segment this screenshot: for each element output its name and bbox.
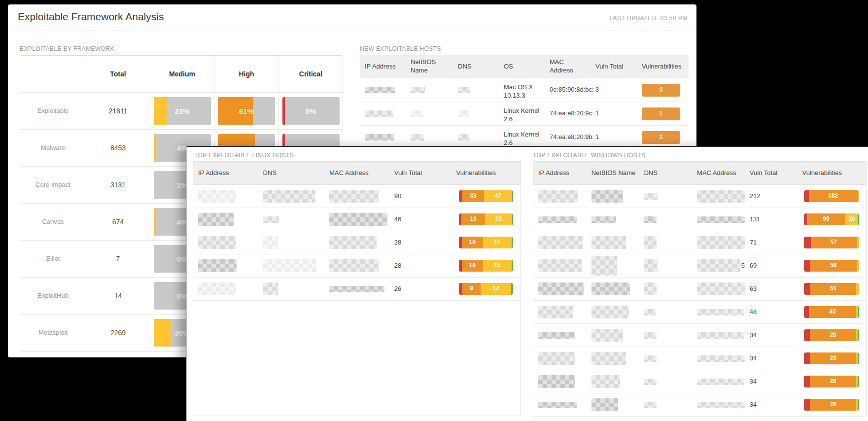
- vuln-segment-orange: 28: [810, 329, 857, 341]
- dns-redacted-value: [263, 259, 316, 272]
- ip-redacted-value: [365, 110, 393, 117]
- vuln-segment-green: [858, 352, 859, 364]
- new-host-row[interactable]: Mac OS X 10.13.30e:85:90:8d:bc:33: [360, 78, 689, 102]
- framework-medium-cell: 23%: [150, 92, 214, 129]
- column-header-vuln_total: Vuln Total: [590, 60, 637, 74]
- ip-cell: [360, 126, 406, 149]
- framework-label: Malware: [35, 144, 71, 152]
- bar-cell: 28: [797, 370, 866, 393]
- linux-host-row[interactable]: 903347: [193, 185, 521, 208]
- new-hosts-table: IP AddressNetBIOS NameDNSOSMAC AddressVu…: [360, 55, 689, 149]
- linux-hosts-panel-title: TOP EXPLOITABLE LINUX HOSTS: [194, 152, 294, 159]
- framework-row[interactable]: Exploitable2181123%61%5%: [20, 92, 343, 129]
- windows-host-row[interactable]: 212182: [533, 185, 866, 208]
- framework-label: Core Impact: [35, 181, 71, 189]
- framework-column-header: High: [214, 56, 278, 92]
- vuln-segment-yellow: 15: [483, 237, 512, 248]
- dns-cell: [453, 102, 499, 125]
- os-text: Linux Kernel 2.6: [504, 104, 545, 124]
- column-header-os: OS: [499, 60, 545, 74]
- column-header-dns: DNS: [453, 60, 499, 74]
- vuln-segment-red: [804, 329, 810, 341]
- bar-cell: 3347: [451, 185, 521, 208]
- high-percent-bar: 61%: [218, 97, 275, 125]
- vuln-segment-yellow: 23: [485, 213, 512, 225]
- ip-cell: [533, 324, 587, 347]
- windows-host-row[interactable]: 4840: [533, 301, 866, 324]
- vuln-segment-red: [459, 283, 462, 295]
- table-header-row: IP AddressNetBIOS NameDNSOSMAC AddressVu…: [360, 55, 689, 78]
- dns-redacted-value: [644, 309, 656, 316]
- ip-redacted-value: [538, 332, 575, 339]
- framework-total: 14: [114, 292, 122, 300]
- linux-hosts-table: IP AddressDNSMAC AddressVuln TotalVulner…: [193, 161, 521, 416]
- vuln-segment-green: [858, 329, 859, 341]
- vuln_total-cell: 71: [745, 231, 798, 254]
- framework-total: 21811: [109, 107, 128, 115]
- new-host-row[interactable]: Linux Kernel 2.674:ea:e8:20:9c:11: [360, 102, 689, 126]
- vulnerabilities-bar: 40: [804, 306, 859, 318]
- bar-cell: 1015: [451, 231, 521, 254]
- top-exploitable-hosts-window: TOP EXPLOITABLE LINUX HOSTS TOP EXPLOITA…: [186, 146, 868, 421]
- mac-redacted-value: [329, 236, 377, 249]
- framework-label-cell: Metasploit: [20, 314, 86, 351]
- vuln_total-cell: 46: [389, 208, 451, 231]
- badge-cell: 3: [637, 78, 689, 102]
- mac-cell: [692, 324, 745, 347]
- framework-total: 8453: [110, 144, 126, 152]
- ip-redacted-value: [538, 259, 582, 272]
- dns-cell: [639, 254, 692, 277]
- dns-cell: [639, 231, 692, 254]
- ip-cell: [360, 78, 406, 102]
- badge-cell: 1: [637, 102, 689, 125]
- mac-text: 74:ea:e8:20:9b:: [550, 133, 594, 141]
- windows-host-row[interactable]: 3428: [533, 347, 866, 370]
- bar-cell: 57: [798, 231, 866, 254]
- vuln_total-cell: 34: [745, 324, 798, 347]
- vuln-segment-red: [804, 306, 809, 318]
- vuln-segment-orange: 51: [810, 283, 856, 295]
- framework-label-cell: Malware: [20, 129, 86, 166]
- netbios-redacted-value: [591, 352, 626, 365]
- ip-cell: [533, 301, 587, 323]
- dns-redacted-value: [644, 282, 657, 295]
- windows-host-row[interactable]: 3428: [533, 324, 866, 347]
- dns-redacted-value: [644, 193, 658, 200]
- vulnerabilities-bar: 28: [804, 329, 859, 341]
- linux-host-row[interactable]: 281015: [193, 231, 521, 254]
- last-updated-label: LAST UPDATED: 03:50 PM: [609, 15, 688, 22]
- vuln-segment-green: [859, 283, 860, 295]
- linux-host-row[interactable]: 281015: [193, 254, 521, 278]
- windows-host-row[interactable]: 3428: [533, 370, 866, 393]
- vuln_total-cell: 34: [745, 347, 798, 370]
- column-header-dns: DNS: [639, 166, 692, 180]
- vuln-segment-red: [804, 376, 810, 387]
- netbios-cell: [587, 278, 639, 300]
- vuln-segment-green: [859, 237, 859, 248]
- dns-cell: [258, 185, 325, 208]
- vuln_total-cell: 131: [745, 208, 798, 231]
- vuln-segment-yellow: 47: [484, 190, 512, 202]
- windows-host-row[interactable]: 7157: [533, 231, 866, 254]
- ip-cell: [533, 185, 587, 208]
- windows-host-row[interactable]: 56956: [533, 254, 866, 278]
- windows-host-row[interactable]: 3428: [533, 393, 866, 417]
- windows-host-row[interactable]: 1319920: [533, 208, 866, 231]
- ip-cell: [193, 278, 258, 300]
- mac-redacted-value: [697, 216, 745, 223]
- vuln_total-text: 69: [750, 262, 757, 270]
- framework-column-header: Medium: [150, 56, 214, 92]
- vuln_total-text: 34: [750, 401, 757, 409]
- medium-percent-bar: 23%: [154, 97, 211, 125]
- vulnerabilities-bar: 1015: [459, 237, 513, 248]
- column-header-badge: Vulnerabilities: [637, 60, 689, 74]
- linux-host-row[interactable]: 461923: [193, 208, 521, 231]
- linux-host-row[interactable]: 26914: [193, 278, 521, 301]
- column-header-mac: MAC Address: [692, 166, 745, 180]
- framework-label: Exploitable: [35, 107, 71, 115]
- windows-host-row[interactable]: 6351: [533, 278, 866, 301]
- framework-total: 2269: [110, 329, 126, 337]
- netbios-redacted-value: [591, 256, 617, 276]
- bar-cell: 1015: [451, 254, 521, 277]
- dns-cell: [639, 324, 692, 347]
